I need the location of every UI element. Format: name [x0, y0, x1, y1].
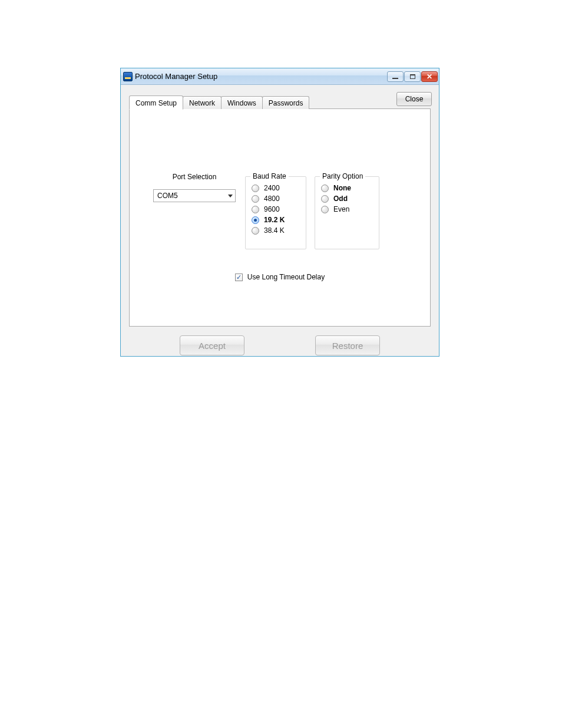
radio-icon — [321, 195, 329, 203]
radio-icon — [252, 216, 259, 224]
baud-rate-title: Baud Rate — [250, 172, 289, 180]
window-title: Protocol Manager Setup — [135, 72, 386, 81]
radio-label: 2400 — [264, 184, 280, 192]
baud-option-4800[interactable]: 4800 — [252, 195, 300, 203]
port-selection-block: Port Selection COM5 — [153, 173, 236, 202]
minimize-icon — [392, 78, 398, 79]
radio-label: Even — [333, 205, 349, 213]
radio-icon — [252, 185, 259, 192]
port-select-value: COM5 — [157, 192, 178, 200]
radio-label: Odd — [333, 195, 348, 203]
client-area: Close Comm Setup Network Windows Passwor… — [121, 85, 439, 356]
radio-label: 38.4 K — [264, 226, 285, 235]
chevron-down-icon — [228, 195, 233, 197]
close-window-button[interactable]: ✕ — [421, 71, 438, 82]
dialog-buttons: Accept Restore — [129, 332, 431, 358]
app-icon — [123, 72, 133, 81]
tabstrip: Comm Setup Network Windows Passwords — [129, 95, 309, 109]
accept-button[interactable]: Accept — [180, 335, 244, 355]
radio-icon — [321, 206, 329, 213]
maximize-icon — [410, 74, 415, 79]
baud-rate-options: 2400 4800 9600 19.2 K — [246, 177, 306, 241]
minimize-button[interactable] — [387, 71, 404, 82]
close-icon: ✕ — [427, 73, 432, 80]
long-timeout-label: Use Long Timeout Delay — [247, 273, 325, 281]
titlebar[interactable]: Protocol Manager Setup ✕ — [121, 68, 439, 85]
parity-options: None Odd Even — [315, 177, 379, 219]
parity-option-none[interactable]: None — [321, 184, 373, 192]
baud-option-38p4k[interactable]: 38.4 K — [252, 226, 300, 235]
parity-option-title: Parity Option — [320, 172, 365, 180]
port-selection-label: Port Selection — [153, 173, 236, 181]
long-timeout-checkbox[interactable]: ✓ — [235, 274, 243, 281]
parity-option-odd[interactable]: Odd — [321, 195, 373, 203]
long-timeout-row[interactable]: ✓ Use Long Timeout Delay — [130, 273, 430, 281]
maximize-button[interactable] — [404, 71, 421, 82]
radio-icon — [252, 195, 259, 203]
tab-network[interactable]: Network — [183, 96, 222, 109]
tab-comm-setup[interactable]: Comm Setup — [129, 95, 183, 110]
parity-option-group: Parity Option None Odd Even — [315, 176, 379, 249]
window-controls: ✕ — [386, 71, 438, 82]
tab-page-comm-setup: Port Selection COM5 Baud Rate 2400 4800 — [129, 108, 431, 327]
radio-label: None — [333, 184, 351, 192]
radio-label: 9600 — [264, 205, 280, 213]
tab-passwords[interactable]: Passwords — [262, 96, 310, 109]
check-icon: ✓ — [236, 274, 242, 281]
tab-windows[interactable]: Windows — [221, 96, 263, 109]
baud-rate-group: Baud Rate 2400 4800 9600 — [245, 176, 306, 249]
close-button[interactable]: Close — [396, 92, 432, 106]
radio-icon — [252, 206, 259, 213]
radio-icon — [321, 185, 329, 192]
radio-label: 19.2 K — [264, 216, 285, 224]
baud-option-2400[interactable]: 2400 — [252, 184, 300, 192]
dialog-window: Protocol Manager Setup ✕ Close Comm Setu… — [120, 68, 439, 357]
parity-option-even[interactable]: Even — [321, 205, 373, 213]
baud-option-9600[interactable]: 9600 — [252, 205, 300, 213]
baud-option-19p2k[interactable]: 19.2 K — [252, 216, 300, 224]
radio-label: 4800 — [264, 195, 280, 203]
restore-button[interactable]: Restore — [315, 335, 380, 355]
port-select[interactable]: COM5 — [153, 189, 236, 202]
radio-icon — [252, 227, 259, 235]
